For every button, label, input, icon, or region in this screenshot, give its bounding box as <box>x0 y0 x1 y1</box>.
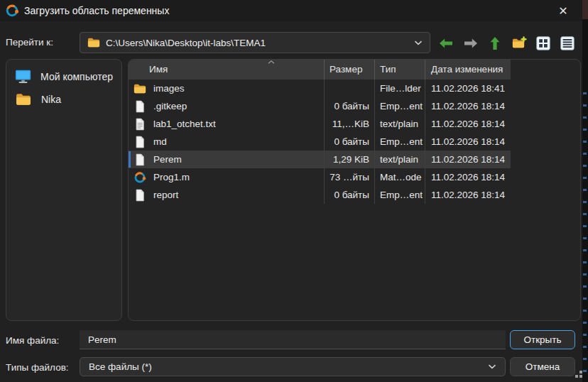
screen: Загрузить область переменных ✕ Перейти к… <box>0 0 588 382</box>
titlebar: Загрузить область переменных ✕ <box>0 0 582 21</box>
file-row[interactable]: lab1_otchet.txt 11,…KiB text/plain 11.02… <box>129 115 511 133</box>
open-button[interactable]: Открыть <box>510 330 575 349</box>
folder-icon <box>134 82 146 95</box>
file-date: 11.02.2026 18:14 <box>425 151 511 168</box>
goto-label: Перейти к: <box>6 37 53 48</box>
octave-icon <box>134 171 146 184</box>
details-view-button[interactable] <box>558 35 577 52</box>
filename-label: Имя файла: <box>6 335 59 346</box>
sort-ascending-icon <box>268 60 275 64</box>
file-date: 11.02.2026 18:14 <box>425 186 511 204</box>
background-app-sliver <box>582 0 588 382</box>
file-type: File…lder <box>374 80 425 97</box>
new-folder-icon <box>511 36 527 50</box>
chevron-down-icon <box>488 364 496 369</box>
sidebar-item-folder[interactable]: Nika <box>6 88 121 111</box>
chevron-down-icon <box>414 40 423 45</box>
file-list-panel: Имя Размер Тип Дата изменения images Fil… <box>128 59 581 321</box>
back-arrow-icon <box>439 38 453 48</box>
file-row[interactable]: md 0 байты Emp…ent 11.02.2026 18:14 <box>129 133 511 151</box>
places-panel: Мой компьютер Nika <box>6 59 122 321</box>
file-name: md <box>153 133 167 151</box>
file-list-header: Имя Размер Тип Дата изменения <box>129 60 511 80</box>
file-date: 11.02.2026 18:14 <box>425 97 511 115</box>
file-name: .gitkeep <box>153 97 187 115</box>
file-date: 11.02.2026 18:14 <box>425 168 511 186</box>
file-size: 0 байты <box>324 133 374 151</box>
file-type: text/plain <box>374 151 425 168</box>
details-view-icon <box>560 36 575 50</box>
icon-view-button[interactable] <box>534 35 552 52</box>
dialog-title: Загрузить область переменных <box>24 0 169 21</box>
octave-logo-icon <box>5 4 19 18</box>
close-button[interactable]: ✕ <box>551 0 575 21</box>
file-date: 11.02.2026 18:14 <box>425 133 511 151</box>
sidebar-item-label: Nika <box>41 94 61 105</box>
file-size: 73 …йты <box>324 168 374 186</box>
file-row[interactable]: images File…lder 11.02.2026 18:41 <box>129 80 511 97</box>
file-type: Emp…ent <box>374 97 425 115</box>
file-name: lab1_otchet.txt <box>153 115 216 133</box>
file-icon <box>134 136 146 148</box>
forward-button[interactable] <box>462 35 480 52</box>
background-app-fragment <box>582 0 588 19</box>
computer-icon <box>15 69 31 84</box>
file-size: 1,29 KiB <box>324 151 374 168</box>
file-type: Emp…ent <box>374 186 425 204</box>
file-icon <box>134 189 146 202</box>
forward-arrow-icon <box>464 38 478 48</box>
file-size: 0 байты <box>324 186 374 204</box>
load-variables-dialog: Загрузить область переменных ✕ Перейти к… <box>0 0 582 382</box>
cancel-button[interactable]: Отмена <box>510 357 575 376</box>
file-type: text/plain <box>374 115 425 133</box>
file-row[interactable]: report 0 байты Emp…ent 11.02.2026 18:14 <box>129 186 511 204</box>
sidebar-item-label: Мой компьютер <box>40 71 113 82</box>
file-type: Emp…ent <box>374 133 425 151</box>
filetype-select[interactable]: Все файлы (*) <box>80 357 506 376</box>
file-row[interactable]: .gitkeep 0 байты Emp…ent 11.02.2026 18:1… <box>129 97 511 115</box>
new-folder-button[interactable] <box>510 35 528 52</box>
column-header-name[interactable]: Имя <box>129 60 324 80</box>
folder-icon <box>87 36 100 49</box>
filetype-value: Все файлы (*) <box>89 361 488 372</box>
file-icon <box>134 153 146 166</box>
file-icon <box>134 100 146 113</box>
path-combobox[interactable]: C:\Users\Nika\Desktop\it-labs\ТЕМА1 <box>80 32 430 53</box>
folder-icon <box>15 92 32 107</box>
file-size: 11,…KiB <box>324 115 374 133</box>
file-row[interactable]: Prog1.m 73 …йты Mat…ode 11.02.2026 18:14 <box>129 168 511 186</box>
column-header-type[interactable]: Тип <box>374 60 425 80</box>
file-date: 11.02.2026 18:41 <box>425 80 511 97</box>
file-row[interactable]: Perem 1,29 KiB text/plain 11.02.2026 18:… <box>129 151 511 168</box>
file-name: Perem <box>153 151 182 168</box>
up-arrow-icon <box>490 36 500 50</box>
file-date: 11.02.2026 18:14 <box>425 115 511 133</box>
file-name: report <box>153 186 178 204</box>
textfile-icon <box>134 118 146 131</box>
column-header-date[interactable]: Дата изменения <box>425 60 511 80</box>
back-button[interactable] <box>437 35 455 52</box>
file-size: 0 байты <box>324 97 374 115</box>
file-name: images <box>153 80 185 97</box>
sidebar-item-computer[interactable]: Мой компьютер <box>6 65 121 88</box>
file-size <box>324 80 374 97</box>
background-app-text-fragment <box>583 92 587 376</box>
up-button[interactable] <box>486 35 504 52</box>
filetype-label: Типы файлов: <box>6 362 69 373</box>
filename-input[interactable] <box>80 330 506 349</box>
grid-view-icon <box>536 36 550 50</box>
file-type: Mat…ode <box>374 168 425 186</box>
selection-accent-bar <box>129 151 131 168</box>
current-path: C:\Users\Nika\Desktop\it-labs\ТЕМА1 <box>106 38 408 48</box>
column-header-size[interactable]: Размер <box>324 60 374 80</box>
file-name: Prog1.m <box>153 168 190 186</box>
